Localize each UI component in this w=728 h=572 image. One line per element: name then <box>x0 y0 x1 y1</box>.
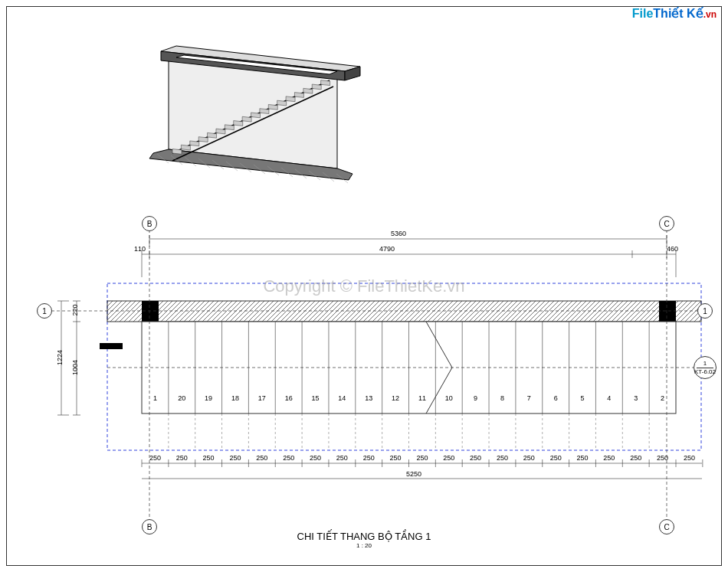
svg-rect-57 <box>100 343 123 349</box>
step-width-dim: 250 <box>388 454 403 462</box>
dim-left-a: 220 <box>71 304 79 315</box>
svg-rect-16 <box>142 301 159 322</box>
step-number: 17 <box>256 394 268 402</box>
step-number: 6 <box>549 394 562 402</box>
dim-top-total: 5360 <box>391 230 406 237</box>
drawing-title: CHI TIẾT THANG BỘ TẦNG 1 <box>297 531 431 542</box>
detail-reference-bubble: 1 KT-6.02 <box>694 356 717 379</box>
dim-left-b: 1004 <box>71 360 79 375</box>
svg-rect-17 <box>659 301 676 322</box>
step-number: 1 <box>149 394 161 402</box>
step-number: 10 <box>443 394 455 402</box>
step-width-dim: 250 <box>575 454 590 462</box>
logo-watermark: FileThiết Kế.vn <box>632 6 717 21</box>
step-width-dim: 250 <box>494 454 510 462</box>
step-width-dim: 250 <box>228 454 243 462</box>
step-number: 12 <box>389 394 402 402</box>
step-number: 16 <box>283 394 295 402</box>
grid-bubble-c-bot: C <box>659 519 674 534</box>
grid-bubble-b-top: B <box>142 216 157 231</box>
drawing-scale: 1 : 20 <box>297 542 431 549</box>
step-width-dim: 250 <box>521 454 536 462</box>
step-number: 18 <box>229 394 241 402</box>
iso-svg <box>115 34 391 203</box>
step-width-dim: 250 <box>468 454 484 462</box>
step-number: 15 <box>310 394 322 402</box>
plan-svg <box>31 222 717 544</box>
step-width-dim: 250 <box>281 454 297 462</box>
detail-num: 1 <box>703 361 707 367</box>
step-width-dim: 250 <box>415 454 430 462</box>
grid-bubble-c-top: C <box>659 216 674 231</box>
step-number: 5 <box>576 394 589 402</box>
step-number: 14 <box>336 394 348 402</box>
step-number: 3 <box>630 394 642 402</box>
step-number: 9 <box>470 394 482 402</box>
logo-vn: .vn <box>703 9 717 20</box>
step-number: 4 <box>603 394 615 402</box>
step-width-dim: 250 <box>628 454 644 462</box>
step-width-dim: 250 <box>361 454 376 462</box>
step-number: 7 <box>523 394 535 402</box>
step-width-dim: 250 <box>174 454 189 462</box>
step-width-dim: 250 <box>655 454 671 462</box>
plan-drawing: B C B C 1 1 1 KT-6.02 5360 110 4790 460 … <box>31 222 717 549</box>
dim-top-mid: 4790 <box>379 245 395 253</box>
svg-rect-15 <box>107 301 701 322</box>
step-number: 2 <box>657 394 669 402</box>
detail-sheet: KT-6.02 <box>694 369 716 375</box>
step-width-dim: 250 <box>147 454 162 462</box>
grid-bubble-b-bot: B <box>142 519 157 534</box>
step-number: 11 <box>416 394 428 402</box>
logo-file: File <box>632 7 654 20</box>
step-width-dim: 250 <box>334 454 349 462</box>
dim-bottom-total: 5250 <box>406 470 421 478</box>
title-block: CHI TIẾT THANG BỘ TẦNG 1 1 : 20 <box>297 531 431 549</box>
isometric-stair-view <box>115 34 391 203</box>
grid-bubble-1-right: 1 <box>697 303 713 319</box>
dim-top-right-off: 460 <box>667 245 678 253</box>
dim-left-total: 1224 <box>56 350 64 365</box>
step-width-dim: 250 <box>548 454 563 462</box>
step-number: 19 <box>202 394 215 402</box>
dim-top-left-off: 110 <box>134 245 146 253</box>
grid-bubble-1-left: 1 <box>37 303 52 319</box>
logo-tk: Thiết Kế <box>653 7 703 20</box>
step-width-dim: 250 <box>681 454 697 462</box>
step-width-dim: 250 <box>602 454 617 462</box>
step-number: 20 <box>175 394 188 402</box>
step-width-dim: 250 <box>308 454 323 462</box>
step-width-dim: 250 <box>254 454 270 462</box>
step-number: 8 <box>496 394 508 402</box>
step-number: 13 <box>362 394 375 402</box>
step-width-dim: 250 <box>201 454 216 462</box>
step-width-dim: 250 <box>441 454 457 462</box>
